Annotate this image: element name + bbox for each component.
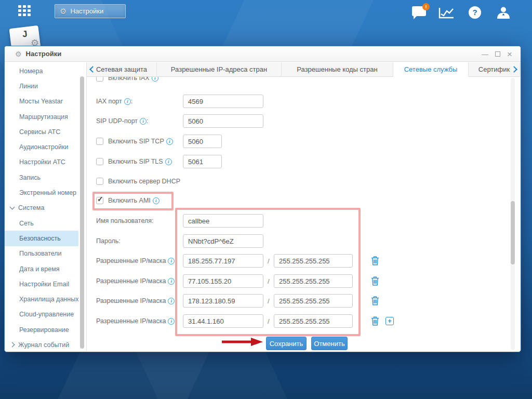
sidebar-item-bridges[interactable]: Мосты Yeastar <box>5 94 78 109</box>
sidebar-item-users[interactable]: Пользователи <box>5 246 78 261</box>
info-icon: i <box>168 258 175 264</box>
taskbar-item-settings[interactable]: ⚙ Настройки <box>55 4 126 18</box>
allowed-ip-input[interactable] <box>183 294 263 308</box>
info-icon: i <box>168 318 175 325</box>
sidebar-item-lines[interactable]: Линии <box>5 78 78 94</box>
user-account-icon[interactable] <box>496 6 511 21</box>
sip-udp-port-input[interactable] <box>183 114 263 128</box>
tab-allowed-country-codes[interactable]: Разрешенные коды стран <box>282 62 393 77</box>
info-icon: i <box>152 77 158 82</box>
username-row: Имя пользователя: <box>96 214 153 228</box>
sidebar-item-pbx-services[interactable]: Сервисы АТС <box>5 124 78 139</box>
annotation-arrow <box>220 337 264 349</box>
delete-icon[interactable] <box>371 276 379 287</box>
info-icon: i <box>168 298 175 304</box>
enable-dhcp-checkbox[interactable] <box>96 178 103 185</box>
chevron-right-icon <box>10 342 15 348</box>
enable-iax-checkbox[interactable] <box>96 77 103 82</box>
allowed-ip-input[interactable] <box>183 314 263 328</box>
sidebar-item-cloud[interactable]: Cloud-управление <box>5 307 78 322</box>
iax-port-row: IAX порт i : <box>96 95 132 108</box>
messages-icon[interactable]: ! <box>412 6 426 16</box>
monitor-chart-icon[interactable] <box>438 6 455 22</box>
sidebar-scrollbar[interactable] <box>80 76 84 349</box>
gear-icon: ⚙ <box>15 50 22 58</box>
info-icon: i <box>140 118 147 125</box>
enable-sip-tls-row: Включить SIP TLS i <box>96 155 172 168</box>
sidebar-item-routing[interactable]: Маршрутизация <box>5 109 78 124</box>
delete-icon[interactable] <box>371 296 379 307</box>
sip-tcp-port-input[interactable] <box>183 135 222 148</box>
enable-iax-row: Включить IAX i <box>96 77 158 85</box>
help-icon[interactable]: ? <box>469 6 481 19</box>
window-title: Настройки <box>26 50 62 58</box>
close-button[interactable]: × <box>507 51 512 58</box>
sidebar-item-emergency[interactable]: Экстренный номер <box>5 185 78 200</box>
sip-udp-port-row: SIP UDP-порт i : <box>96 114 149 128</box>
sidebar-item-email[interactable]: Настройки Email <box>5 276 78 291</box>
sidebar-item-security[interactable]: Безопасность <box>5 231 78 246</box>
password-input[interactable] <box>183 234 263 248</box>
delete-icon[interactable] <box>371 316 379 327</box>
maximize-button[interactable] <box>495 51 500 57</box>
info-icon: i <box>168 278 175 285</box>
gear-icon: ⚙ <box>60 7 66 16</box>
sidebar-item-numbers[interactable]: Номера <box>5 63 78 78</box>
add-row-icon[interactable]: + <box>385 317 394 325</box>
sidebar-item-storage[interactable]: Хранилища данных <box>5 291 78 307</box>
form-content: Включить IAX i IAX порт i : SIP UDP-порт… <box>87 77 520 351</box>
subnet-mask-input[interactable] <box>274 254 353 268</box>
content-scrollbar-thumb[interactable] <box>511 201 515 264</box>
info-icon: i <box>166 138 173 145</box>
info-icon: i <box>124 98 131 105</box>
main-panel: Сетевая защита Разрешенные IP-адреса стр… <box>86 62 520 351</box>
minimize-button[interactable]: — <box>482 51 488 58</box>
iax-port-input[interactable] <box>183 95 263 108</box>
tab-bar: Сетевая защита Разрешенные IP-адреса стр… <box>87 62 520 77</box>
info-icon: i <box>165 158 172 165</box>
settings-window: ⚙ Настройки — × Номера Линии Мосты Yeast… <box>4 46 521 352</box>
check-icon: ✓ <box>97 195 103 203</box>
subnet-mask-input[interactable] <box>274 294 353 308</box>
content-scrollbar[interactable] <box>511 78 515 350</box>
tab-network-protection[interactable]: Сетевая защита <box>87 62 157 77</box>
enable-ami-checkbox[interactable]: ✓ <box>96 197 103 204</box>
sidebar-item-date-time[interactable]: Дата и время <box>5 261 78 276</box>
allowed-ip-row: Разрешенные IP/маска i : / <box>96 274 177 288</box>
cancel-button[interactable]: Отменить <box>311 337 348 350</box>
username-input[interactable] <box>183 214 263 228</box>
allowed-ip-row: Разрешенные IP/маска i : / <box>96 254 177 268</box>
info-icon: i <box>153 197 159 204</box>
sidebar: Номера Линии Мосты Yeastar Маршрутизация… <box>5 62 78 351</box>
sidebar-item-pbx-settings[interactable]: Настройки АТС <box>5 155 78 170</box>
enable-sip-tcp-checkbox[interactable] <box>96 138 103 145</box>
taskbar-item-label: Настройки <box>70 7 103 15</box>
enable-ami-row: ✓ Включить AMI i <box>96 194 159 207</box>
tab-network-services[interactable]: Сетевые службы <box>393 62 469 77</box>
allowed-ip-input[interactable] <box>183 274 263 288</box>
enable-sip-tcp-row: Включить SIP TCP i <box>96 135 173 148</box>
enable-dhcp-row: Включить сервер DHCP <box>96 175 180 188</box>
sidebar-item-backup[interactable]: Резервирование <box>5 322 78 337</box>
app-launcher-icon[interactable] <box>18 5 32 17</box>
sidebar-item-event-log[interactable]: Журнал событий <box>5 337 78 352</box>
subnet-mask-input[interactable] <box>274 274 353 288</box>
sidebar-item-system[interactable]: Система <box>5 201 78 216</box>
tab-allowed-ip-countries[interactable]: Разрешенные IP-адреса стран <box>157 62 282 77</box>
subnet-mask-input[interactable] <box>274 314 353 328</box>
sip-tls-port-input[interactable] <box>183 155 222 168</box>
password-row: Пароль: <box>96 234 121 248</box>
sidebar-item-audio[interactable]: Аудионастройки <box>5 139 78 154</box>
enable-sip-tls-checkbox[interactable] <box>96 158 103 165</box>
allowed-ip-row: Разрешенные IP/маска i : / <box>96 294 177 308</box>
save-button[interactable]: Сохранить <box>266 337 307 350</box>
sidebar-item-recording[interactable]: Запись <box>5 170 78 185</box>
sidebar-item-network[interactable]: Сеть <box>5 216 78 231</box>
delete-icon[interactable] <box>371 256 379 267</box>
notification-badge: ! <box>422 3 430 10</box>
allowed-ip-input[interactable] <box>183 254 263 268</box>
window-titlebar[interactable]: ⚙ Настройки — × <box>5 46 521 62</box>
allowed-ip-row: Разрешенные IP/маска i : / + <box>96 314 177 328</box>
chevron-down-icon <box>10 204 15 209</box>
